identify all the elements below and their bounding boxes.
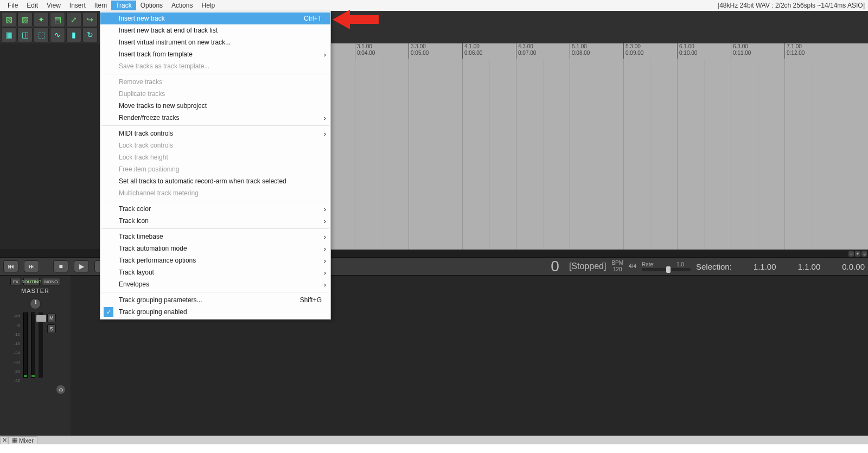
- grid-line: [436, 59, 436, 250]
- toolbar-btn-8[interactable]: ◫: [17, 27, 33, 42]
- scale-mark: -6: [14, 323, 20, 328]
- menu-item-label: Track grouping enabled: [119, 308, 187, 316]
- check-icon: ✓: [104, 307, 113, 317]
- toolbar-btn-5[interactable]: ⤢: [66, 12, 81, 27]
- goto-end-button[interactable]: ⏭: [24, 260, 39, 272]
- master-mute-button[interactable]: M: [47, 314, 56, 322]
- menubar-item-insert[interactable]: Insert: [65, 1, 90, 10]
- menu-item[interactable]: Render/freeze tracks: [100, 112, 330, 124]
- rate-block: Rate: 1.0: [642, 261, 691, 271]
- toolbar-btn-6[interactable]: ↪: [82, 12, 98, 27]
- ruler-tick: 4.1.00 0:06.00: [462, 43, 482, 59]
- menu-item[interactable]: ✓Track grouping enabled: [100, 306, 330, 318]
- menu-item-label: Set all tracks to automatic record-arm w…: [119, 177, 286, 185]
- menu-item[interactable]: Track layout: [100, 266, 330, 278]
- menubar-item-edit[interactable]: Edit: [22, 1, 42, 10]
- menu-item[interactable]: Track color: [100, 203, 330, 215]
- menu-item[interactable]: Track timebase: [100, 231, 330, 243]
- grid-line: [516, 59, 516, 250]
- menu-item-label: Track icon: [119, 217, 149, 225]
- menu-item-shortcut: Shift+G: [300, 296, 325, 304]
- goto-start-button[interactable]: ⏮: [3, 260, 18, 272]
- grid-line: [812, 59, 812, 250]
- master-mono-button[interactable]: MONO: [42, 278, 60, 285]
- rate-value[interactable]: 1.0: [676, 261, 684, 268]
- menu-item[interactable]: Insert track from template: [100, 48, 330, 60]
- menu-item-label: MIDI track controls: [119, 130, 173, 137]
- toolbar-btn-1[interactable]: ▧: [1, 12, 16, 27]
- bottom-tabs: ✕ ▦ Mixer: [0, 436, 868, 444]
- master-fx-button[interactable]: FX: [10, 278, 21, 285]
- scroll-plus-icon[interactable]: +: [855, 251, 860, 257]
- track-menu: Insert new trackCtrl+TInsert new track a…: [100, 11, 331, 320]
- toolbar-btn-7[interactable]: ▥: [1, 27, 16, 42]
- menu-item-label: Track automation mode: [119, 245, 187, 252]
- menu-item[interactable]: Track performance options: [100, 254, 330, 266]
- master-settings-button[interactable]: ⚙: [56, 385, 65, 394]
- menu-item[interactable]: Track grouping parameters...Shift+G: [100, 294, 330, 306]
- menu-item[interactable]: Insert new trackCtrl+T: [100, 12, 330, 24]
- bpm-block[interactable]: BPM 120: [611, 260, 623, 273]
- master-fader[interactable]: [39, 312, 43, 378]
- menubar-item-options[interactable]: Options: [136, 1, 167, 10]
- selection-start[interactable]: 1.1.00: [754, 262, 776, 271]
- menu-separator: [101, 228, 329, 229]
- bpm-value[interactable]: 120: [611, 266, 623, 273]
- menubar-item-item[interactable]: Item: [90, 1, 111, 10]
- menu-item[interactable]: Track automation mode: [100, 243, 330, 254]
- menu-item[interactable]: Track icon: [100, 215, 330, 227]
- master-strip[interactable]: FX ROUTING MONO MASTER -inf-6-12-18-24-3…: [0, 276, 71, 436]
- grid-line: [462, 59, 463, 250]
- ruler-tick: 6.1.00 0:10.00: [677, 43, 697, 59]
- grid-line: [543, 59, 544, 250]
- toolbar-btn-4[interactable]: ▤: [50, 12, 65, 27]
- toolbar-btn-2[interactable]: ▨: [17, 12, 33, 27]
- scroll-end-icon[interactable]: ⟐: [861, 251, 867, 257]
- master-pan-knob[interactable]: [30, 298, 41, 309]
- tab-close-button[interactable]: ✕: [1, 436, 8, 444]
- track-header-panel[interactable]: [0, 43, 100, 250]
- master-title: MASTER: [21, 288, 49, 294]
- timesig-value[interactable]: 4/4: [629, 263, 636, 269]
- selection-len[interactable]: 0.0.00: [842, 262, 865, 271]
- menu-item[interactable]: Insert new track at end of track list: [100, 24, 330, 36]
- grid-line: [382, 59, 382, 250]
- menubar-item-track[interactable]: Track: [111, 1, 136, 10]
- toolbar-btn-9[interactable]: ⬚: [34, 27, 49, 42]
- menu-item[interactable]: Move tracks to new subproject: [100, 100, 330, 112]
- menubar-item-actions[interactable]: Actions: [167, 1, 197, 10]
- scroll-minus-icon[interactable]: −: [848, 251, 854, 257]
- grid-line: [784, 59, 785, 250]
- selection-end[interactable]: 1.1.00: [798, 262, 821, 271]
- menubar-item-help[interactable]: Help: [197, 1, 219, 10]
- menu-item[interactable]: MIDI track controls: [100, 127, 330, 139]
- menu-item-label: Track layout: [119, 269, 154, 276]
- toolbar-btn-12[interactable]: ↻: [82, 27, 98, 42]
- main-time-display[interactable]: 0: [546, 258, 564, 275]
- audio-device-status[interactable]: [48kHz 24bit WAV : 2/2ch 256spls ~14/14m…: [718, 2, 865, 9]
- master-routing-button[interactable]: ROUTING: [23, 278, 40, 285]
- menubar-item-file[interactable]: File: [3, 1, 22, 10]
- menubar-item-view[interactable]: View: [42, 1, 65, 10]
- menu-item[interactable]: Envelopes: [100, 278, 330, 290]
- meter-right: [31, 312, 35, 378]
- menu-item[interactable]: Insert virtual instrument on new track..…: [100, 36, 330, 48]
- mixer-tab[interactable]: ▦ Mixer: [8, 436, 37, 444]
- toolbar-btn-3[interactable]: ✦: [34, 12, 49, 27]
- menu-item: Remove tracks: [100, 76, 330, 88]
- stop-button[interactable]: ■: [53, 260, 68, 272]
- timesig-block[interactable]: 4/4: [629, 263, 636, 270]
- grid-line: [570, 59, 570, 250]
- toolbar-btn-10[interactable]: ∿: [50, 27, 65, 42]
- rate-slider[interactable]: [642, 268, 691, 271]
- meter-left: [23, 312, 28, 378]
- scale-mark: -36: [14, 369, 20, 374]
- grid-line: [677, 59, 678, 250]
- menu-item-label: Insert track from template: [119, 50, 193, 58]
- master-solo-button[interactable]: S: [47, 324, 56, 333]
- toolbar-btn-11[interactable]: ▮: [66, 27, 81, 42]
- scale-mark: -30: [14, 360, 20, 365]
- menu-item[interactable]: Set all tracks to automatic record-arm w…: [100, 175, 330, 187]
- mixer-tab-label: Mixer: [19, 437, 34, 444]
- play-button[interactable]: ▶: [74, 260, 89, 272]
